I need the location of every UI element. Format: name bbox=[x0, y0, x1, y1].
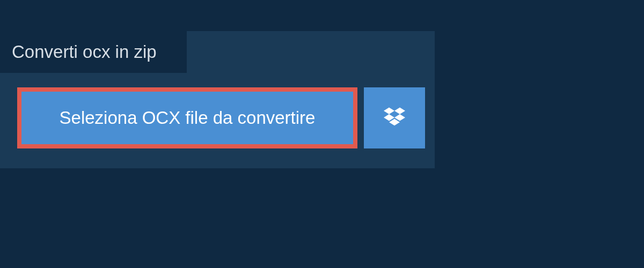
select-file-label: Seleziona OCX file da convertire bbox=[60, 108, 316, 128]
converter-panel: Converti ocx in zip Seleziona OCX file d… bbox=[0, 31, 435, 168]
select-file-button[interactable]: Seleziona OCX file da convertire bbox=[17, 87, 357, 148]
action-row: Seleziona OCX file da convertire bbox=[17, 87, 425, 148]
dropbox-icon bbox=[384, 106, 405, 130]
tab-title: Converti ocx in zip bbox=[12, 42, 157, 62]
converter-tab: Converti ocx in zip bbox=[0, 31, 187, 73]
dropbox-button[interactable] bbox=[364, 87, 425, 148]
